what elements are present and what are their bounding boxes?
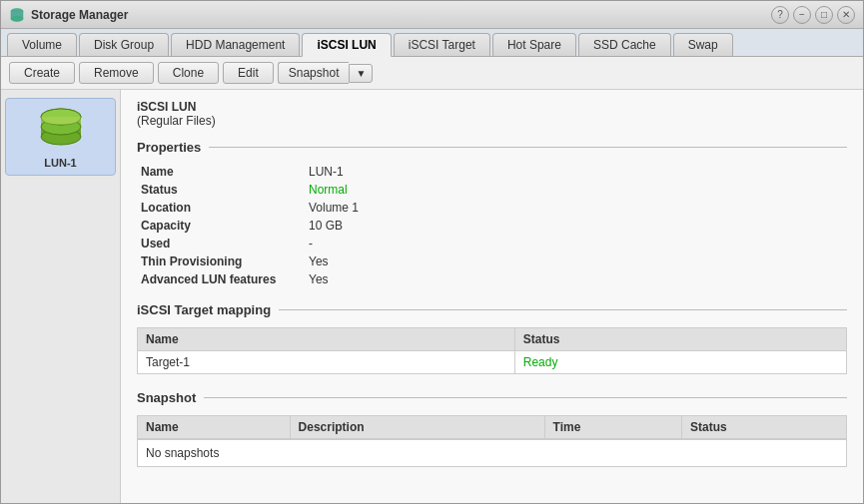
- maximize-button[interactable]: □: [815, 6, 833, 24]
- prop-label-location: Location: [141, 201, 301, 215]
- no-snapshots-label: No snapshots: [137, 439, 847, 467]
- iscsi-col-status: Status: [514, 328, 846, 351]
- svg-point-2: [11, 16, 23, 21]
- detail-panel: iSCSI LUN (Regular Files) Properties Nam…: [121, 90, 863, 503]
- snapshot-table: Name Description Time Status: [137, 415, 847, 439]
- iscsi-mapping-table: Name Status Target-1 Ready: [137, 327, 847, 374]
- tab-disk-group[interactable]: Disk Group: [79, 33, 169, 56]
- iscsi-row-name: Target-1: [138, 351, 515, 374]
- close-button[interactable]: ✕: [837, 6, 855, 24]
- lun-header: iSCSI LUN (Regular Files): [137, 100, 847, 128]
- tab-hdd-management[interactable]: HDD Management: [171, 33, 300, 56]
- prop-value-thin-prov: Yes: [309, 254, 847, 268]
- iscsi-mapping-table-section: Name Status Target-1 Ready: [137, 327, 847, 374]
- clone-button[interactable]: Clone: [158, 62, 219, 84]
- tab-iscsi-target[interactable]: iSCSI Target: [394, 33, 490, 56]
- prop-value-name: LUN-1: [309, 165, 847, 179]
- snapshot-col-description: Description: [290, 416, 544, 439]
- window-title: Storage Manager: [31, 8, 128, 22]
- snapshot-header-row: Name Description Time Status: [138, 416, 847, 439]
- main-content: LUN-1 iSCSI LUN (Regular Files) Properti…: [1, 90, 863, 503]
- prop-label-capacity: Capacity: [141, 219, 301, 233]
- lun-header-subtitle: (Regular Files): [137, 114, 847, 128]
- snapshot-dropdown-button[interactable]: ▼: [349, 64, 373, 83]
- iscsi-mapping-header-row: Name Status: [138, 328, 847, 351]
- sidebar-item-label: LUN-1: [44, 157, 76, 169]
- prop-value-status: Normal: [309, 183, 847, 197]
- primary-tabs: Volume Disk Group HDD Management iSCSI L…: [1, 29, 863, 57]
- title-bar: Storage Manager ? − □ ✕: [1, 1, 863, 29]
- prop-label-used: Used: [141, 237, 301, 251]
- snapshot-section-title: Snapshot: [137, 390, 847, 409]
- tab-volume[interactable]: Volume: [7, 33, 77, 56]
- lun-database-icon: [31, 105, 91, 155]
- storage-manager-window: Storage Manager ? − □ ✕ Volume Disk Grou…: [0, 0, 864, 504]
- edit-button[interactable]: Edit: [223, 62, 274, 84]
- storage-icon: [9, 7, 25, 23]
- help-button[interactable]: ?: [771, 6, 789, 24]
- tab-iscsi-lun[interactable]: iSCSI LUN: [302, 33, 391, 57]
- iscsi-mapping-row[interactable]: Target-1 Ready: [138, 351, 847, 374]
- tab-swap[interactable]: Swap: [673, 33, 733, 56]
- snapshot-col-name: Name: [138, 416, 291, 439]
- snapshot-main-button[interactable]: Snapshot: [278, 62, 350, 84]
- iscsi-row-status: Ready: [514, 351, 846, 374]
- iscsi-col-name: Name: [138, 328, 515, 351]
- prop-label-status: Status: [141, 183, 301, 197]
- title-bar-left: Storage Manager: [9, 7, 128, 23]
- prop-value-used: -: [309, 237, 847, 251]
- prop-label-adv-lun: Advanced LUN features: [141, 272, 301, 286]
- prop-value-location: Volume 1: [309, 201, 847, 215]
- tab-hot-spare[interactable]: Hot Spare: [492, 33, 576, 56]
- properties-section-title: Properties: [137, 140, 847, 159]
- sidebar-item-lun1[interactable]: LUN-1: [5, 98, 116, 176]
- snapshot-col-status: Status: [682, 416, 847, 439]
- snapshot-col-time: Time: [544, 416, 682, 439]
- lun-header-title: iSCSI LUN: [137, 100, 847, 114]
- properties-grid: Name LUN-1 Status Normal Location Volume…: [137, 165, 847, 286]
- snapshot-table-section: Name Description Time Status No snapshot…: [137, 415, 847, 467]
- prop-value-capacity: 10 GB: [309, 219, 847, 233]
- title-bar-controls: ? − □ ✕: [771, 6, 855, 24]
- remove-button[interactable]: Remove: [79, 62, 154, 84]
- iscsi-mapping-section-title: iSCSI Target mapping: [137, 302, 847, 321]
- sidebar: LUN-1: [1, 90, 121, 503]
- minimize-button[interactable]: −: [793, 6, 811, 24]
- create-button[interactable]: Create: [9, 62, 75, 84]
- tab-ssd-cache[interactable]: SSD Cache: [578, 33, 671, 56]
- prop-value-adv-lun: Yes: [309, 272, 847, 286]
- snapshot-button-group: Snapshot ▼: [278, 62, 374, 84]
- prop-label-thin-prov: Thin Provisioning: [141, 254, 301, 268]
- prop-label-name: Name: [141, 165, 301, 179]
- toolbar: Create Remove Clone Edit Snapshot ▼: [1, 57, 863, 90]
